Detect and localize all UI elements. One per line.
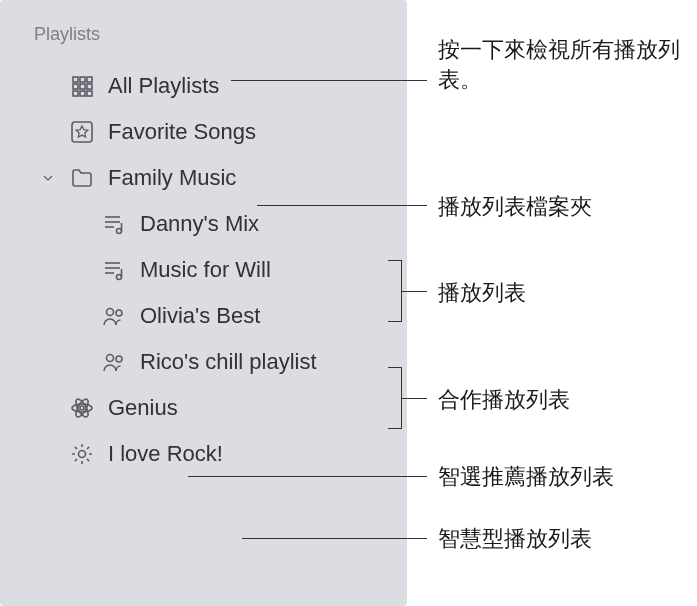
- collaborative-icon: [100, 302, 128, 330]
- sidebar-item-dannys-mix[interactable]: Danny's Mix: [0, 201, 407, 247]
- svg-point-21: [116, 356, 122, 362]
- connector-line: [242, 538, 427, 539]
- annotation-all-playlists: 按一下來檢視所有播放列表。: [438, 35, 697, 94]
- sidebar-item-music-for-will[interactable]: Music for Will: [0, 247, 407, 293]
- connector-line: [402, 291, 427, 292]
- annotation-playlist: 播放列表: [438, 278, 526, 308]
- playlist-icon: [100, 256, 128, 284]
- grid-icon: [68, 72, 96, 100]
- svg-rect-0: [73, 77, 78, 82]
- sidebar-item-all-playlists[interactable]: All Playlists: [0, 63, 407, 109]
- sidebar-item-label: Olivia's Best: [140, 303, 260, 329]
- svg-point-22: [80, 406, 84, 410]
- svg-rect-8: [87, 91, 92, 96]
- playlist-icon: [100, 210, 128, 238]
- svg-rect-7: [80, 91, 85, 96]
- star-icon: [68, 118, 96, 146]
- sidebar-item-ricos-chill[interactable]: Rico's chill playlist: [0, 339, 407, 385]
- collaborative-icon: [100, 348, 128, 376]
- svg-rect-1: [80, 77, 85, 82]
- sidebar-item-label: Favorite Songs: [108, 119, 256, 145]
- svg-point-20: [107, 355, 114, 362]
- svg-rect-5: [87, 84, 92, 89]
- svg-rect-6: [73, 91, 78, 96]
- sidebar-item-label: Family Music: [108, 165, 236, 191]
- connector-line: [231, 80, 427, 81]
- svg-point-18: [107, 309, 114, 316]
- sidebar-item-label: All Playlists: [108, 73, 219, 99]
- section-header-playlists: Playlists: [0, 24, 407, 45]
- svg-rect-3: [73, 84, 78, 89]
- playlists-sidebar: Playlists All Playlists Favorite Songs: [0, 0, 407, 606]
- bracket: [388, 260, 402, 322]
- sidebar-item-olivias-best[interactable]: Olivia's Best: [0, 293, 407, 339]
- sidebar-item-label: I love Rock!: [108, 441, 223, 467]
- sidebar-item-family-music[interactable]: Family Music: [0, 155, 407, 201]
- annotation-collaborative: 合作播放列表: [438, 385, 570, 415]
- atom-icon: [68, 394, 96, 422]
- connector-line: [188, 476, 427, 477]
- connector-line: [257, 205, 427, 206]
- gear-icon: [68, 440, 96, 468]
- sidebar-item-label: Rico's chill playlist: [140, 349, 317, 375]
- folder-icon: [68, 164, 96, 192]
- svg-rect-4: [80, 84, 85, 89]
- sidebar-item-i-love-rock[interactable]: I love Rock!: [0, 431, 407, 477]
- sidebar-item-genius[interactable]: Genius: [0, 385, 407, 431]
- annotation-smart: 智慧型播放列表: [438, 524, 592, 554]
- sidebar-item-label: Music for Will: [140, 257, 271, 283]
- sidebar-item-label: Genius: [108, 395, 178, 421]
- svg-rect-2: [87, 77, 92, 82]
- bracket: [388, 367, 402, 429]
- annotation-genius: 智選推薦播放列表: [438, 462, 614, 492]
- sidebar-item-label: Danny's Mix: [140, 211, 259, 237]
- svg-point-19: [116, 310, 122, 316]
- annotation-folder: 播放列表檔案夾: [438, 192, 592, 222]
- sidebar-item-favorite-songs[interactable]: Favorite Songs: [0, 109, 407, 155]
- svg-point-26: [79, 451, 86, 458]
- chevron-down-icon[interactable]: [38, 168, 58, 188]
- connector-line: [402, 398, 427, 399]
